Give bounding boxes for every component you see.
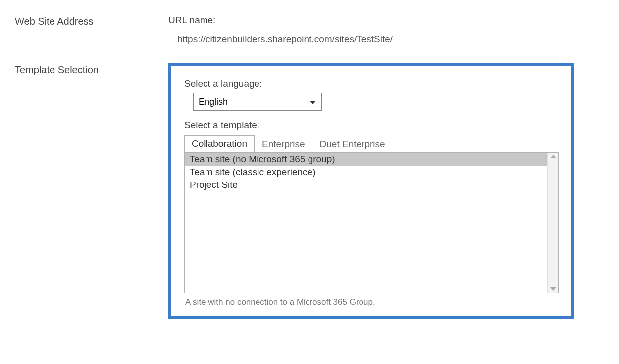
language-select-wrap: English bbox=[193, 93, 559, 111]
template-listbox[interactable]: Team site (no Microsoft 365 group) Team … bbox=[185, 153, 547, 293]
template-listbox-wrap: Team site (no Microsoft 365 group) Team … bbox=[184, 152, 559, 293]
select-language-label: Select a language: bbox=[184, 78, 559, 89]
select-template-label: Select a template: bbox=[184, 120, 559, 131]
web-site-address-content: URL name: https://citizenbuilders.sharep… bbox=[168, 15, 604, 48]
url-prefix: https://citizenbuilders.sharepoint.com/s… bbox=[177, 34, 393, 45]
tab-duet-enterprise[interactable]: Duet Enterprise bbox=[312, 136, 393, 153]
template-selection-label: Template Selection bbox=[15, 64, 168, 76]
url-row: https://citizenbuilders.sharepoint.com/s… bbox=[168, 30, 604, 48]
language-select[interactable]: English bbox=[193, 93, 322, 111]
template-selection-section: Template Selection Select a language: En… bbox=[15, 63, 604, 319]
template-option-team-site-classic[interactable]: Team site (classic experience) bbox=[185, 166, 547, 179]
template-selection-content: Select a language: English Select a temp… bbox=[168, 63, 604, 319]
web-site-address-section: Web Site Address URL name: https://citiz… bbox=[15, 15, 604, 48]
template-option-project-site[interactable]: Project Site bbox=[185, 179, 547, 191]
section-label-col: Web Site Address bbox=[15, 15, 168, 48]
scrollbar-down-icon[interactable] bbox=[550, 287, 556, 291]
template-description: A site with no connection to a Microsoft… bbox=[185, 297, 559, 307]
tab-collaboration[interactable]: Collaboration bbox=[184, 135, 255, 153]
tab-enterprise[interactable]: Enterprise bbox=[255, 136, 312, 153]
template-tabs: Collaboration Enterprise Duet Enterprise bbox=[184, 135, 559, 153]
language-select-container: English bbox=[193, 93, 322, 111]
listbox-scrollbar[interactable] bbox=[547, 153, 558, 293]
web-site-address-label: Web Site Address bbox=[15, 16, 168, 27]
url-name-label: URL name: bbox=[168, 15, 604, 26]
template-selection-highlight: Select a language: English Select a temp… bbox=[168, 63, 574, 319]
section-label-col: Template Selection bbox=[15, 63, 168, 319]
template-option-team-site-no-group[interactable]: Team site (no Microsoft 365 group) bbox=[185, 153, 547, 166]
scrollbar-up-icon[interactable] bbox=[550, 155, 556, 158]
url-name-input[interactable] bbox=[395, 30, 516, 48]
